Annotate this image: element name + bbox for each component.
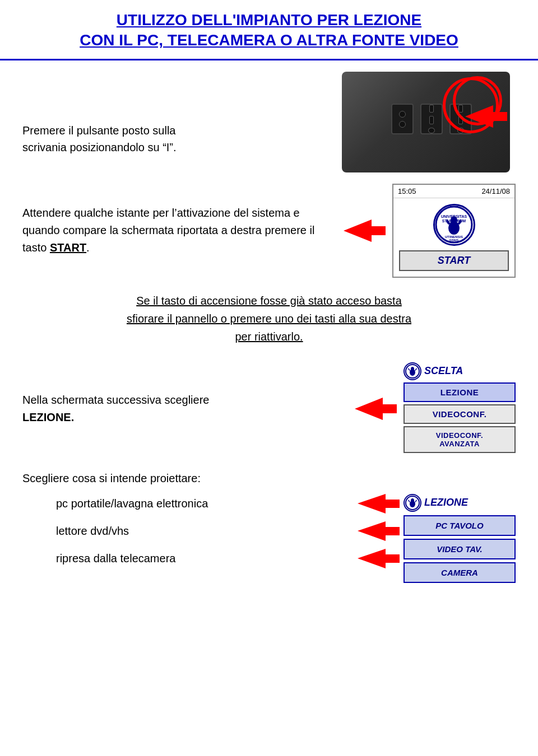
start-arrow [336, 220, 392, 242]
projection-intro: Scegliere cosa si intende proiettare: [22, 472, 516, 485]
menu-item-videoconf-avanzata: VIDEOCONF.AVANZATA [404, 426, 516, 453]
menu-item-videoconf: VIDEOCONF. [404, 404, 516, 424]
start-button-display: START [399, 250, 509, 271]
page-title: UTILIZZO DELL'IMPIANTO PER LEZIONE CON I… [11, 10, 527, 51]
svg-marker-1 [344, 220, 386, 242]
menu-title: SCELTA [424, 365, 463, 377]
camera-arrow [353, 549, 404, 568]
row-dvd: lettore dvd/vhs [22, 521, 404, 541]
svg-point-12 [411, 367, 414, 371]
svg-marker-14 [358, 521, 400, 541]
lezione-arrow [347, 398, 404, 420]
page-header: UTILIZZO DELL'IMPIANTO PER LEZIONE CON I… [0, 0, 538, 60]
pc-option-text: pc portatile/lavagna elettronica [22, 497, 350, 510]
pc-arrow [353, 494, 404, 514]
section-projection: Scegliere cosa si intende proiettare: pc… [22, 472, 516, 586]
projection-menu-header: LEZIONE [404, 494, 516, 512]
svg-point-18 [411, 498, 414, 503]
menu-header: SCELTA [404, 362, 516, 380]
university-logo: UNIVERSITAS STUDIORUM UTINENSIS ·SISNIS· [433, 204, 475, 246]
lezione-menu: SCELTA LEZIONE VIDEOCONF. VIDEOCONF.AVAN… [404, 362, 516, 455]
section-reactivation: Se il tasto di accensione fosse già stat… [22, 292, 516, 346]
dvd-arrow [353, 521, 404, 541]
section-start: Attendere qualche istante per l’attivazi… [22, 184, 516, 278]
lezione-instruction: Nella schermata successiva scegliere LEZ… [22, 391, 347, 426]
dvd-option-text: lettore dvd/vhs [22, 525, 350, 538]
camera-option-text: ripresa dalla telecamera [22, 552, 350, 565]
projection-options: pc portatile/lavagna elettronica lettore… [22, 494, 404, 576]
menu-item-lezione: LEZIONE [404, 382, 516, 402]
start-instruction: Attendere qualche istante per l’attivazi… [22, 204, 336, 256]
projection-logo [404, 494, 421, 512]
section-power: Premere il pulsante posto sulla scrivani… [22, 72, 516, 172]
power-strip-image [336, 72, 516, 172]
menu-logo [404, 362, 421, 380]
svg-point-6 [451, 216, 457, 224]
svg-marker-0 [465, 105, 507, 128]
svg-marker-9 [355, 398, 397, 420]
menu-item-video-tav: VIDEO TAV. [404, 539, 516, 559]
projection-menu: LEZIONE PC TAVOLO VIDEO TAV. CAMERA [404, 494, 516, 586]
svg-text:·SISNIS·: ·SISNIS· [448, 239, 460, 242]
row-camera: ripresa dalla telecamera [22, 549, 404, 568]
menu-item-camera: CAMERA [404, 562, 516, 583]
svg-marker-13 [358, 494, 400, 514]
start-screen-mockup: 15:05 24/11/08 UNIVERSITAS STUDIORUM [392, 184, 516, 278]
power-arrow [465, 105, 507, 130]
menu-item-pc-tavolo: PC TAVOLO [404, 515, 516, 536]
power-instruction: Premere il pulsante posto sulla scrivani… [22, 88, 325, 156]
section-lezione: Nella schermata successiva scegliere LEZ… [22, 362, 516, 455]
row-pc: pc portatile/lavagna elettronica [22, 494, 404, 514]
projection-menu-title: LEZIONE [424, 497, 468, 508]
svg-marker-15 [358, 549, 400, 568]
